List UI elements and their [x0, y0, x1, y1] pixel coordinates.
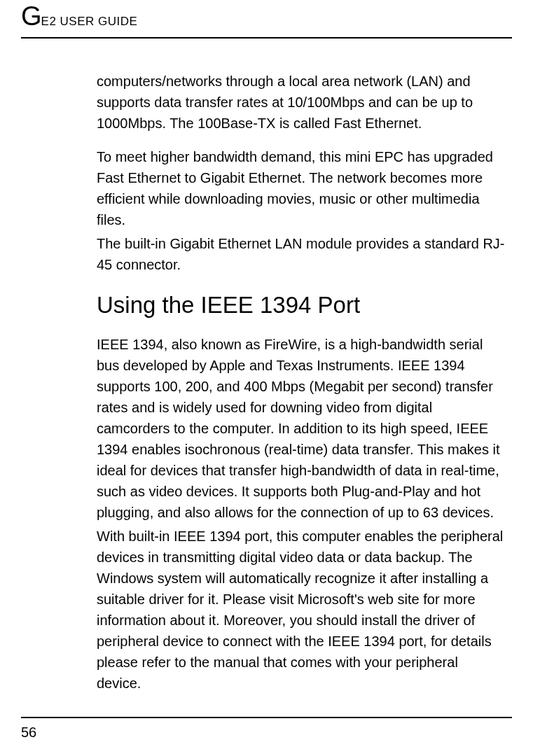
paragraph-rj45: The built-in Gigabit Ethernet LAN module…: [97, 233, 505, 275]
paragraph-firewire-usage: With built-in IEEE 1394 port, this compu…: [97, 526, 505, 694]
heading-ieee1394: Using the IEEE 1394 Port: [97, 292, 505, 318]
paragraph-firewire-intro: IEEE 1394, also known as FireWire, is a …: [97, 334, 505, 523]
footer-divider: [21, 717, 512, 718]
paragraph-lan: computers/networks through a local area …: [97, 71, 505, 134]
header-title: E2 USER GUIDE: [41, 15, 138, 29]
paragraph-gigabit: To meet higher bandwidth demand, this mi…: [97, 146, 505, 230]
page-header: GE2 USER GUIDE: [21, 0, 512, 37]
page-container: GE2 USER GUIDE computers/networks throug…: [0, 0, 533, 756]
page-number: 56: [21, 724, 36, 741]
content-area: computers/networks through a local area …: [21, 38, 512, 694]
header-prefix: G: [21, 1, 41, 31]
